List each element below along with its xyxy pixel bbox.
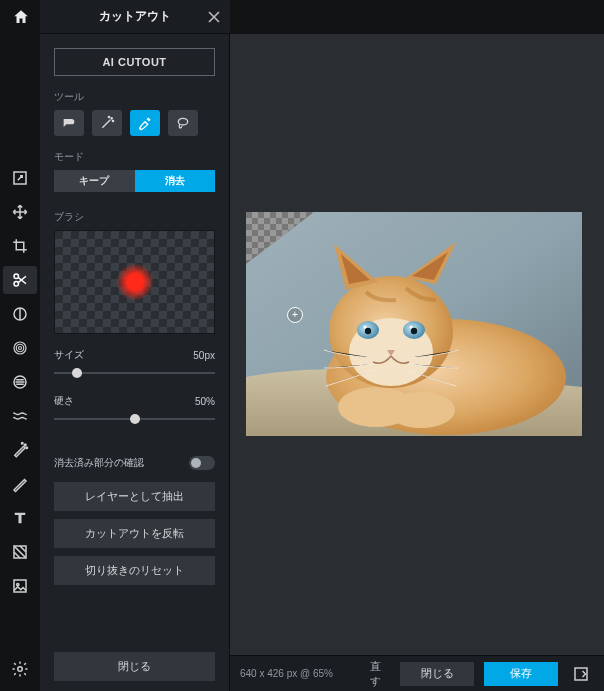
mode-erase-button[interactable]: 消去	[135, 170, 216, 192]
svg-point-13	[17, 583, 19, 585]
tool-lasso-button[interactable]	[168, 110, 198, 136]
brush-icon	[137, 115, 153, 131]
rail-draw-icon[interactable]	[3, 470, 37, 498]
section-mode-label: モード	[54, 150, 215, 164]
svg-point-6	[19, 347, 22, 350]
size-value: 50px	[193, 350, 215, 361]
canvas-area[interactable]: +	[230, 34, 604, 655]
brush-cursor-icon: +	[287, 307, 303, 323]
invert-cutout-button[interactable]: カットアウトを反転	[54, 519, 215, 548]
size-label: サイズ	[54, 348, 84, 362]
ai-cutout-button[interactable]: AI CUTOUT	[54, 48, 215, 76]
svg-point-9	[26, 447, 28, 449]
section-brush-label: ブラシ	[54, 210, 215, 224]
tool-wand-button[interactable]	[92, 110, 122, 136]
section-tools-label: ツール	[54, 90, 215, 104]
rail-cutout-icon[interactable]	[3, 266, 37, 294]
image-frame[interactable]: +	[246, 212, 582, 436]
canvas-image	[246, 212, 582, 436]
rail-adjust-icon[interactable]	[3, 300, 37, 328]
tool-brush-button[interactable]	[130, 110, 160, 136]
svg-point-14	[18, 667, 23, 672]
status-dimensions: 640 x 426 px @ 65%	[240, 668, 360, 679]
brush-preview	[54, 230, 215, 334]
rail-heal-icon[interactable]	[3, 436, 37, 464]
svg-point-16	[112, 120, 113, 121]
extract-layer-button[interactable]: レイヤーとして抽出	[54, 482, 215, 511]
rail-image-icon[interactable]	[3, 572, 37, 600]
reset-crop-button[interactable]: 切り抜きのリセット	[54, 556, 215, 585]
svg-rect-12	[14, 580, 26, 592]
svg-point-8	[25, 444, 27, 446]
rail-text-icon[interactable]	[3, 504, 37, 532]
expand-icon	[572, 665, 590, 683]
svg-point-27	[365, 328, 371, 334]
rail-filter-icon[interactable]	[3, 334, 37, 362]
mode-keep-button[interactable]: キープ	[54, 170, 135, 192]
wand-icon	[99, 115, 115, 131]
rail-move-icon[interactable]	[3, 198, 37, 226]
brush-dot-icon	[116, 263, 154, 301]
hardness-slider[interactable]	[54, 412, 215, 426]
toggle-erased-label: 消去済み部分の確認	[54, 456, 144, 470]
toggle-erased[interactable]	[189, 456, 215, 470]
rail-crop-icon[interactable]	[3, 232, 37, 260]
bottom-expand-button[interactable]	[568, 662, 594, 686]
close-icon	[208, 11, 220, 23]
rail-resize-icon[interactable]	[3, 164, 37, 192]
shape-icon	[61, 115, 77, 131]
redo-text[interactable]: 直す	[370, 659, 390, 689]
svg-point-28	[411, 328, 417, 334]
panel-close-button[interactable]	[208, 11, 220, 23]
home-button[interactable]	[6, 3, 36, 31]
svg-point-22	[387, 392, 455, 428]
hardness-label: 硬さ	[54, 394, 74, 408]
svg-point-15	[111, 118, 112, 119]
home-icon	[12, 8, 30, 26]
svg-point-5	[16, 344, 24, 352]
svg-point-30	[410, 326, 413, 329]
svg-point-18	[178, 118, 187, 125]
rail-settings-icon[interactable]	[3, 655, 37, 683]
bottom-save-button[interactable]: 保存	[484, 662, 558, 686]
svg-point-17	[108, 116, 109, 117]
lasso-icon	[175, 115, 191, 131]
tool-shape-button[interactable]	[54, 110, 84, 136]
panel-title: カットアウト	[99, 8, 171, 25]
hardness-value: 50%	[195, 396, 215, 407]
rail-pattern-icon[interactable]	[3, 538, 37, 566]
svg-point-29	[364, 326, 367, 329]
rail-liquify-icon[interactable]	[3, 402, 37, 430]
panel-close-bottom-button[interactable]: 閉じる	[54, 652, 215, 681]
svg-point-10	[22, 443, 24, 445]
size-slider[interactable]	[54, 366, 215, 380]
rail-gradient-icon[interactable]	[3, 368, 37, 396]
bottom-close-button[interactable]: 閉じる	[400, 662, 474, 686]
